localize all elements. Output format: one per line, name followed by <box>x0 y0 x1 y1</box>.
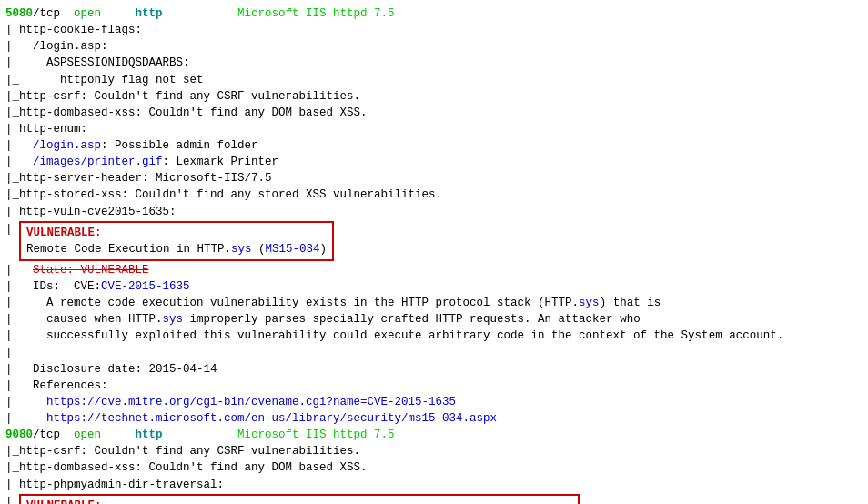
ref-mitre: | https://cve.mitre.org/cgi-bin/cvename.… <box>5 394 863 410</box>
dom-xss-line: |_http-dombased-xss: Couldn't find any D… <box>5 105 863 121</box>
port-5080-line: 5080/tcp open http Microsoft IIS httpd 7… <box>5 5 863 22</box>
vuln-cve-header: | http-vuln-cve2015-1635: <box>5 204 863 220</box>
vulnerable-section-1: | VULNERABLE: Remote Code Execution in H… <box>5 221 863 261</box>
service-version: Microsoft IIS httpd 7.5 <box>237 7 395 20</box>
desc-line-3: | successfully exploited this vulnerabil… <box>5 328 863 344</box>
ref-technet: | https://technet.microsoft.com/en-us/li… <box>5 410 863 427</box>
disclosure-1: | Disclosure date: 2015-04-14 <box>5 361 863 378</box>
login-admin: | /login.asp: Possible admin folder <box>5 137 863 154</box>
references-header-1: | References: <box>5 378 863 394</box>
port-9080-line: 9080/tcp open http Microsoft IIS httpd 7… <box>5 427 863 443</box>
cookie-flags-header: | http-cookie-flags: <box>5 22 863 38</box>
desc-line-1: | A remote code execution vulnerability … <box>5 295 863 311</box>
vulnerable-label-2: VULNERABLE: <box>26 498 572 504</box>
stored-xss-line: |_http-stored-xss: Couldn't find any sto… <box>5 186 863 203</box>
vulnerable-box-2: VULNERABLE: phpMyAdmin grab_globals.lib.… <box>19 494 580 504</box>
vulnerable-label: VULNERABLE: <box>26 225 327 241</box>
httponly-flag: |_ httponly flag not set <box>5 72 863 88</box>
server-header: |_http-server-header: Microsoft-IIS/7.5 <box>5 170 863 186</box>
session-id: | ASPSESSIONIDQSDAARBS: <box>5 55 863 71</box>
port-state: open <box>74 7 101 20</box>
dom-xss-line-2: |_http-dombased-xss: Couldn't find any D… <box>5 459 863 476</box>
vulnerable-box-1: VULNERABLE: Remote Code Execution in HTT… <box>19 221 334 261</box>
service-name: http <box>136 7 163 20</box>
phpmyadmin-header: | http-phpmyadmin-dir-traversal: <box>5 477 863 493</box>
vuln-title: Remote Code Execution in HTTP.sys (MS15-… <box>26 241 327 257</box>
http-enum-header: | http-enum: <box>5 121 863 137</box>
printer-gif: |_ /images/printer.gif: Lexmark Printer <box>5 154 863 170</box>
desc-line-2: | caused when HTTP.sys improperly parses… <box>5 311 863 328</box>
vulnerable-section-2: | VULNERABLE: phpMyAdmin grab_globals.li… <box>5 494 863 504</box>
state-line-1: | State: VULNERABLE <box>5 262 863 278</box>
csrf-line-2: |_http-csrf: Couldn't find any CSRF vuln… <box>5 443 863 459</box>
ids-line-1: | IDs: CVE:CVE-2015-1635 <box>5 278 863 295</box>
terminal-output: 5080/tcp open http Microsoft IIS httpd 7… <box>0 4 868 504</box>
login-asp: | /login.asp: <box>5 38 863 55</box>
csrf-line: |_http-csrf: Couldn't find any CSRF vuln… <box>5 88 863 105</box>
port-number: 5080 <box>5 7 33 20</box>
blank-1: | <box>5 345 863 361</box>
